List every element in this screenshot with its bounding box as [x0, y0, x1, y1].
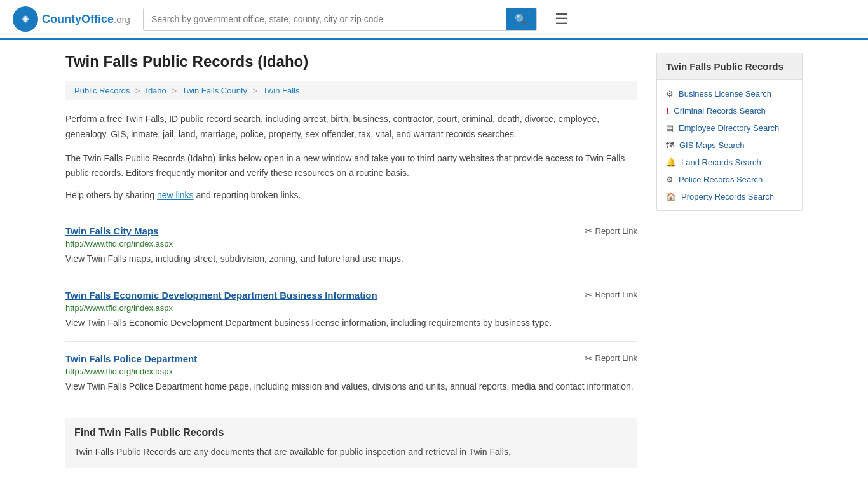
- description-1: Perform a free Twin Falls, ID public rec…: [65, 112, 637, 142]
- result-item-0: Twin Falls City Maps ✂ Report Link http:…: [65, 214, 637, 278]
- property-records-search-link[interactable]: Property Records Search: [681, 192, 774, 201]
- police-icon: ⚙: [666, 175, 674, 184]
- breadcrumb-sep-1: >: [135, 86, 140, 95]
- main-container: Twin Falls Public Records (Idaho) Public…: [53, 40, 815, 481]
- sidebar-links: ⚙ Business License Search ! Criminal Rec…: [657, 80, 802, 210]
- result-url-0[interactable]: http://www.tfid.org/index.aspx: [65, 239, 637, 248]
- share-line: Help others by sharing new links and rep…: [65, 190, 637, 200]
- find-section: Find Twin Falls Public Records Twin Fall…: [65, 418, 637, 468]
- house-icon: 🏠: [666, 192, 676, 201]
- sidebar-item-property-records: 🏠 Property Records Search: [657, 188, 802, 205]
- hamburger-menu-button[interactable]: ☰: [550, 8, 574, 30]
- sidebar-item-land-records: 🔔 Land Records Search: [657, 154, 802, 171]
- criminal-records-search-link[interactable]: Criminal Records Search: [674, 106, 766, 116]
- result-desc-0: View Twin Falls maps, including street, …: [65, 252, 637, 266]
- sidebar-box: Twin Falls Public Records ⚙ Business Lic…: [656, 53, 803, 211]
- report-icon-0: ✂: [585, 226, 592, 236]
- result-url-1[interactable]: http://www.tfid.org/index.aspx: [65, 303, 637, 313]
- breadcrumb: Public Records > Idaho > Twin Falls Coun…: [65, 81, 637, 100]
- sidebar-item-criminal-records: ! Criminal Records Search: [657, 102, 802, 119]
- police-records-search-link[interactable]: Police Records Search: [679, 175, 763, 184]
- report-icon-1: ✂: [585, 290, 592, 300]
- sidebar-item-employee-directory: ▤ Employee Directory Search: [657, 119, 802, 137]
- breadcrumb-sep-3: >: [253, 86, 258, 95]
- result-item-1: Twin Falls Economic Development Departme…: [65, 278, 637, 342]
- page-title: Twin Falls Public Records (Idaho): [65, 53, 637, 71]
- result-item-2: Twin Falls Police Department ✂ Report Li…: [65, 342, 637, 405]
- report-link-1[interactable]: ✂ Report Link: [585, 290, 637, 300]
- sidebar-title: Twin Falls Public Records: [657, 53, 802, 80]
- result-desc-2: View Twin Falls Police Department home p…: [65, 379, 637, 393]
- search-icon: 🔍: [515, 14, 527, 25]
- search-bar: 🔍: [143, 8, 537, 31]
- breadcrumb-sep-2: >: [172, 86, 177, 95]
- land-records-search-link[interactable]: Land Records Search: [681, 158, 761, 167]
- breadcrumb-twin-falls[interactable]: Twin Falls: [263, 86, 300, 95]
- search-input[interactable]: [144, 9, 506, 29]
- gis-maps-search-link[interactable]: GIS Maps Search: [679, 140, 745, 150]
- results-list: Twin Falls City Maps ✂ Report Link http:…: [65, 214, 637, 405]
- hamburger-icon: ☰: [555, 10, 569, 27]
- result-url-2[interactable]: http://www.tfid.org/index.aspx: [65, 367, 637, 376]
- search-button[interactable]: 🔍: [506, 8, 536, 30]
- result-title-0[interactable]: Twin Falls City Maps: [65, 226, 158, 236]
- report-link-2[interactable]: ✂ Report Link: [585, 353, 637, 363]
- gear-icon: ⚙: [666, 89, 674, 98]
- sidebar: Twin Falls Public Records ⚙ Business Lic…: [656, 53, 803, 468]
- breadcrumb-twin-falls-county[interactable]: Twin Falls County: [182, 86, 247, 95]
- employee-directory-search-link[interactable]: Employee Directory Search: [679, 123, 779, 133]
- logo-text: CountyOffice.org: [42, 13, 130, 26]
- find-desc: Twin Falls Public Records are any docume…: [74, 445, 628, 459]
- logo-icon: [13, 6, 38, 32]
- logo-link[interactable]: CountyOffice.org: [13, 6, 130, 32]
- sidebar-item-police-records: ⚙ Police Records Search: [657, 171, 802, 188]
- breadcrumb-idaho[interactable]: Idaho: [146, 86, 166, 95]
- sidebar-item-business-license: ⚙ Business License Search: [657, 85, 802, 102]
- result-desc-1: View Twin Falls Economic Development Dep…: [65, 316, 637, 330]
- report-link-0[interactable]: ✂ Report Link: [585, 226, 637, 236]
- site-header: CountyOffice.org 🔍 ☰: [0, 0, 868, 40]
- report-icon-2: ✂: [585, 353, 592, 363]
- business-license-search-link[interactable]: Business License Search: [679, 89, 771, 98]
- new-links-link[interactable]: new links: [157, 190, 194, 200]
- result-title-2[interactable]: Twin Falls Police Department: [65, 353, 197, 364]
- map-icon: 🗺: [666, 140, 674, 150]
- sidebar-item-gis-maps: 🗺 GIS Maps Search: [657, 137, 802, 154]
- result-title-1[interactable]: Twin Falls Economic Development Departme…: [65, 290, 377, 301]
- find-title: Find Twin Falls Public Records: [74, 427, 628, 438]
- content-area: Twin Falls Public Records (Idaho) Public…: [65, 53, 637, 468]
- alert-icon: !: [666, 106, 668, 116]
- description-2: The Twin Falls Public Records (Idaho) li…: [65, 151, 637, 182]
- breadcrumb-public-records[interactable]: Public Records: [74, 86, 130, 95]
- bell-icon: 🔔: [666, 158, 676, 167]
- directory-icon: ▤: [666, 123, 674, 133]
